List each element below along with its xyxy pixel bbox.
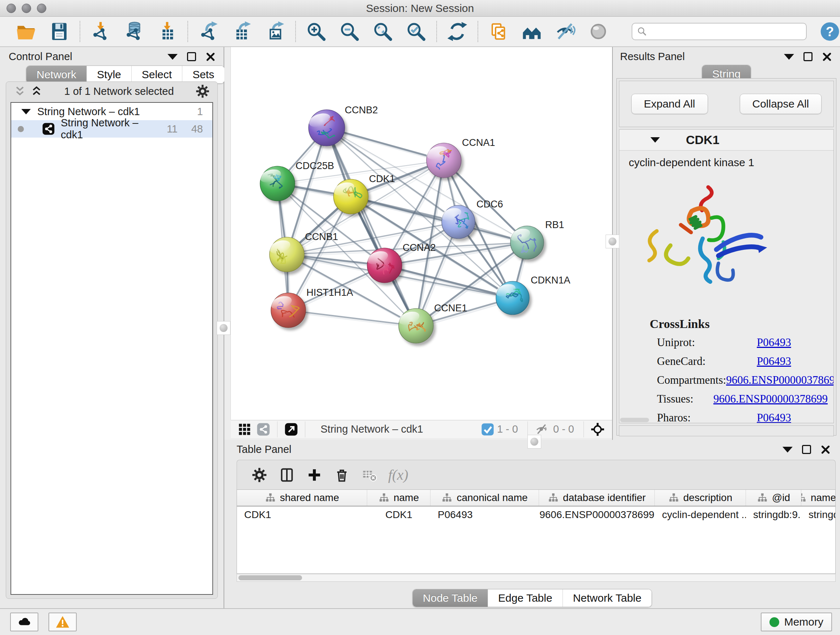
node-cdc25b[interactable] (258, 166, 295, 201)
show-columns-icon[interactable] (273, 463, 301, 486)
cloud-button[interactable] (10, 613, 38, 631)
column-header-database-identifier[interactable]: database identifier (539, 490, 655, 506)
warnings-button[interactable] (49, 613, 77, 631)
node-ccnb1[interactable] (268, 237, 304, 272)
share-view-icon[interactable] (254, 421, 273, 437)
column-header-shared-name[interactable]: shared name (237, 490, 367, 506)
crosslink-link[interactable]: 9606.ENSP00000378699 (726, 374, 834, 386)
share-documents-icon[interactable] (482, 19, 515, 44)
zoom-in-icon[interactable] (300, 19, 333, 44)
panel-menu-icon[interactable] (783, 447, 793, 453)
crosslink-link[interactable]: 9606.ENSP00000378699 (714, 393, 828, 405)
node-cdc6[interactable] (440, 205, 475, 239)
scrollbar-thumb[interactable] (238, 575, 302, 580)
zoom-fit-icon[interactable] (366, 19, 399, 44)
panel-float-icon[interactable] (804, 52, 813, 61)
memory-button[interactable]: Memory (761, 613, 832, 631)
add-column-icon[interactable] (301, 463, 328, 486)
crosslink-row: Tissues:9606.ENSP00000378699 (657, 393, 828, 405)
node-ccne1[interactable] (397, 309, 433, 343)
birdseye-view-icon[interactable] (282, 421, 301, 437)
collapse-all-icon[interactable] (13, 85, 27, 98)
node-label-ccna2: CCNA2 (403, 242, 436, 253)
expand-all-icon[interactable] (30, 85, 43, 98)
table-row[interactable]: CDK1CDK1P064939606.ENSP00000378699cyclin… (237, 507, 835, 523)
column-header-name[interactable]: name (367, 490, 431, 506)
edge-hist1h1a-ccne1[interactable] (288, 310, 416, 326)
table-cell[interactable]: CDK1 (367, 507, 431, 523)
panel-menu-icon[interactable] (784, 54, 794, 60)
collapse-all-button[interactable]: Collapse All (740, 94, 822, 114)
tab-node-table[interactable]: Node Table (413, 589, 488, 607)
tab-style[interactable]: Style (87, 66, 131, 83)
panel-close-icon[interactable] (821, 445, 831, 455)
column-header-description[interactable]: description (655, 490, 746, 506)
gene-description: cyclin-dependent kinase 1 (629, 157, 834, 169)
string-network-graph[interactable]: CCNB2CCNA1CDC25BCDK1CDC6RB1CCNB1CCNA2CDK… (231, 47, 612, 420)
node-ccnb2[interactable] (307, 110, 345, 146)
section-collapse-icon[interactable] (651, 137, 660, 143)
panel-float-icon[interactable] (802, 445, 811, 454)
save-session-icon[interactable] (43, 19, 76, 44)
refresh-icon[interactable] (441, 19, 474, 44)
network-row[interactable]: String Network – cdk1 11 48 (11, 120, 212, 138)
gear-icon[interactable] (195, 84, 210, 99)
left-splitter-handle[interactable] (217, 321, 231, 335)
tab-edge-table[interactable]: Edge Table (488, 589, 562, 607)
crosslink-link[interactable]: P06493 (757, 336, 791, 349)
expand-all-button[interactable]: Expand All (631, 94, 708, 114)
results-mini-scrollbar[interactable] (620, 418, 649, 422)
column-header-canonical-name[interactable]: canonical name (431, 490, 539, 506)
column-header-namespac[interactable]: namespac (801, 490, 836, 506)
selected-checkbox-icon[interactable] (480, 421, 495, 437)
grid-view-icon[interactable] (235, 421, 254, 437)
help-icon[interactable]: ? (820, 21, 840, 42)
node-hist1h1a[interactable] (269, 293, 306, 328)
open-session-icon[interactable] (9, 19, 43, 44)
cdk1-section-header[interactable]: CDK1 (619, 130, 834, 150)
tab-network[interactable]: Network (27, 66, 87, 83)
panel-close-icon[interactable] (822, 52, 832, 62)
node-ccna1[interactable] (425, 143, 461, 178)
tab-network-table[interactable]: Network Table (562, 589, 652, 607)
network-tree: String Network – cdk1 1 String Network –… (11, 102, 213, 595)
zoom-selected-icon[interactable] (399, 19, 433, 44)
table-cell[interactable]: CDK1 (237, 507, 367, 523)
network-canvas[interactable]: CCNB2CCNA1CDC25BCDK1CDC6RB1CCNB1CCNA2CDK… (231, 47, 612, 420)
tab-sets[interactable]: Sets (182, 66, 224, 83)
column-header-at-id[interactable]: @id (746, 490, 801, 506)
table-gear-icon[interactable] (246, 463, 273, 486)
crosslink-link[interactable]: P06493 (757, 411, 791, 423)
table-cell[interactable]: stringdb (801, 507, 836, 523)
crosslink-link[interactable]: P06493 (757, 355, 791, 368)
delete-row-trash-icon[interactable] (328, 463, 355, 486)
table-horizontal-scrollbar[interactable] (237, 574, 836, 582)
import-table-icon[interactable] (150, 19, 184, 44)
search-input[interactable] (651, 26, 802, 37)
export-table-icon[interactable] (225, 19, 258, 44)
table-cell[interactable]: 9606.ENSP00000378699 (539, 507, 655, 523)
gray-eye-icon[interactable] (582, 19, 615, 44)
node-ccna2[interactable] (365, 248, 402, 283)
search-box[interactable] (632, 23, 807, 40)
import-database-icon[interactable] (117, 19, 150, 44)
left-splitter[interactable] (224, 47, 231, 420)
collection-count: 1 (197, 106, 203, 118)
tab-select[interactable]: Select (131, 66, 182, 83)
table-cell[interactable]: stringdb:9... (746, 507, 801, 523)
tree-expand-icon[interactable] (21, 109, 31, 114)
export-network-icon[interactable] (192, 19, 225, 44)
zoom-out-icon[interactable] (333, 19, 366, 44)
horizontal-splitter-handle[interactable] (527, 435, 541, 448)
import-network-icon[interactable] (84, 19, 117, 44)
panel-float-icon[interactable] (187, 52, 196, 61)
right-splitter-handle[interactable] (606, 234, 619, 249)
panel-close-icon[interactable] (205, 52, 216, 62)
panel-menu-icon[interactable] (167, 54, 178, 60)
export-image-icon[interactable] (258, 19, 292, 44)
homes-icon[interactable] (515, 19, 548, 44)
hide-unhide-icon[interactable] (548, 19, 582, 44)
crosshair-icon[interactable] (588, 421, 607, 437)
table-cell[interactable]: P06493 (431, 507, 539, 523)
table-cell[interactable]: cyclin-dependent ... (655, 507, 746, 523)
